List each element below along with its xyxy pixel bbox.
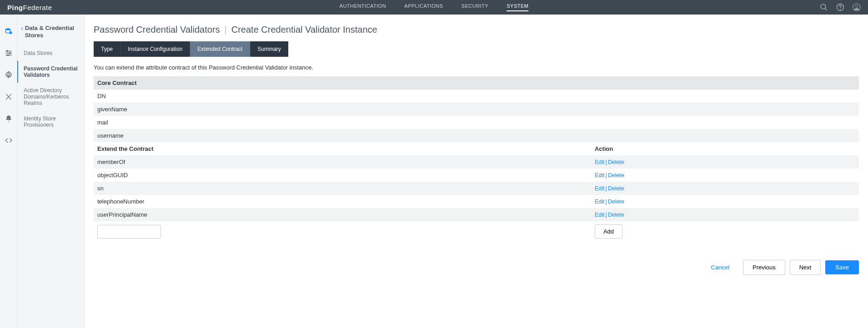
core-contract-header: Core Contract: [94, 76, 859, 89]
svg-point-5: [855, 5, 858, 7]
sidebar-back[interactable]: ‹ Data & Credential Stores: [17, 25, 84, 45]
contract-table: Core Contract DN givenName mail username…: [94, 76, 859, 242]
delete-link[interactable]: Delete: [608, 185, 624, 192]
tools-icon[interactable]: [5, 93, 13, 101]
tab-summary[interactable]: Summary: [251, 41, 288, 57]
delete-link[interactable]: Delete: [608, 159, 624, 165]
svg-point-7: [9, 31, 12, 34]
tab-instance-configuration[interactable]: Instance Configuration: [120, 41, 190, 57]
logo: PingFederate: [7, 4, 52, 11]
breadcrumb: Password Credential Validators | Create …: [94, 25, 859, 35]
app-header: PingFederate AUTHENTICATION APPLICATIONS…: [0, 0, 868, 15]
gear-icon[interactable]: [5, 71, 13, 79]
svg-point-13: [7, 55, 9, 56]
nav-security[interactable]: SECURITY: [462, 3, 489, 11]
table-row: username: [94, 129, 859, 142]
nav-system[interactable]: SYSTEM: [507, 3, 528, 11]
delete-link[interactable]: Delete: [608, 172, 624, 179]
delete-link[interactable]: Delete: [608, 212, 624, 218]
logo-suffix: Federate: [23, 4, 52, 11]
table-row: sn Edit|Delete: [94, 182, 859, 195]
svg-point-6: [5, 28, 10, 30]
table-row: memberOf Edit|Delete: [94, 155, 859, 169]
nav-authentication[interactable]: AUTHENTICATION: [340, 3, 386, 11]
nav-applications[interactable]: APPLICATIONS: [404, 3, 443, 11]
tab-extended-contract[interactable]: Extended Contract: [190, 41, 250, 57]
next-button[interactable]: Next: [790, 260, 821, 275]
main-content: Password Credential Validators | Create …: [85, 15, 868, 328]
header-icons: [820, 3, 861, 11]
user-icon[interactable]: [853, 3, 861, 11]
sidebar-item-identity-provisioners[interactable]: Identity Store Provisioners: [17, 111, 84, 133]
svg-line-1: [825, 8, 827, 10]
wizard-tabs: Type Instance Configuration Extended Con…: [94, 41, 859, 57]
table-row: mail: [94, 116, 859, 129]
code-icon[interactable]: [5, 136, 13, 144]
add-button[interactable]: Add: [595, 224, 622, 239]
tab-description: You can extend the attribute contract of…: [94, 64, 859, 71]
chevron-left-icon: ‹: [21, 25, 23, 32]
add-row: Add: [94, 221, 859, 242]
data-stores-icon[interactable]: [5, 27, 13, 35]
save-button[interactable]: Save: [825, 260, 859, 274]
delete-link[interactable]: Delete: [608, 199, 624, 205]
edit-link[interactable]: Edit: [595, 159, 605, 165]
breadcrumb-parent: Password Credential Validators: [94, 25, 220, 35]
svg-point-3: [840, 9, 841, 10]
table-row: DN: [94, 89, 859, 103]
bell-icon[interactable]: [5, 114, 13, 123]
table-row: telephoneNumber Edit|Delete: [94, 195, 859, 208]
previous-button[interactable]: Previous: [743, 260, 785, 275]
search-icon[interactable]: [820, 3, 828, 11]
sidebar-item-ad-kerberos[interactable]: Active Directory Domains/Kerberos Realms: [17, 83, 84, 111]
table-row: objectGUID Edit|Delete: [94, 169, 859, 182]
tab-type[interactable]: Type: [94, 41, 120, 57]
edit-link[interactable]: Edit: [595, 199, 605, 205]
edit-link[interactable]: Edit: [595, 212, 605, 218]
main-nav: AUTHENTICATION APPLICATIONS SECURITY SYS…: [340, 3, 529, 11]
svg-point-12: [9, 53, 10, 54]
cancel-button[interactable]: Cancel: [711, 264, 729, 271]
sidebar-item-data-stores[interactable]: Data Stores: [17, 45, 84, 61]
footer-buttons: Cancel Previous Next Save: [94, 260, 859, 275]
edit-link[interactable]: Edit: [595, 185, 605, 192]
breadcrumb-current: Create Credential Validator Instance: [231, 25, 377, 35]
extend-contract-header: Extend the Contract Action: [94, 142, 859, 155]
sidebar: ‹ Data & Credential Stores Data Stores P…: [17, 15, 85, 328]
sidebar-item-password-validators[interactable]: Password Credential Validators: [17, 61, 84, 83]
sliders-icon[interactable]: [5, 49, 13, 57]
svg-point-11: [6, 50, 8, 52]
edit-link[interactable]: Edit: [595, 172, 605, 179]
help-icon[interactable]: [836, 3, 844, 11]
breadcrumb-separator: |: [225, 25, 227, 35]
table-row: userPrincipalName Edit|Delete: [94, 208, 859, 221]
sidebar-title: Data & Credential Stores: [25, 25, 80, 39]
logo-prefix: Ping: [7, 4, 23, 11]
add-attribute-input[interactable]: [97, 225, 161, 239]
svg-point-0: [821, 4, 826, 9]
icon-rail: [0, 15, 17, 328]
table-row: givenName: [94, 103, 859, 116]
svg-point-14: [7, 74, 10, 76]
